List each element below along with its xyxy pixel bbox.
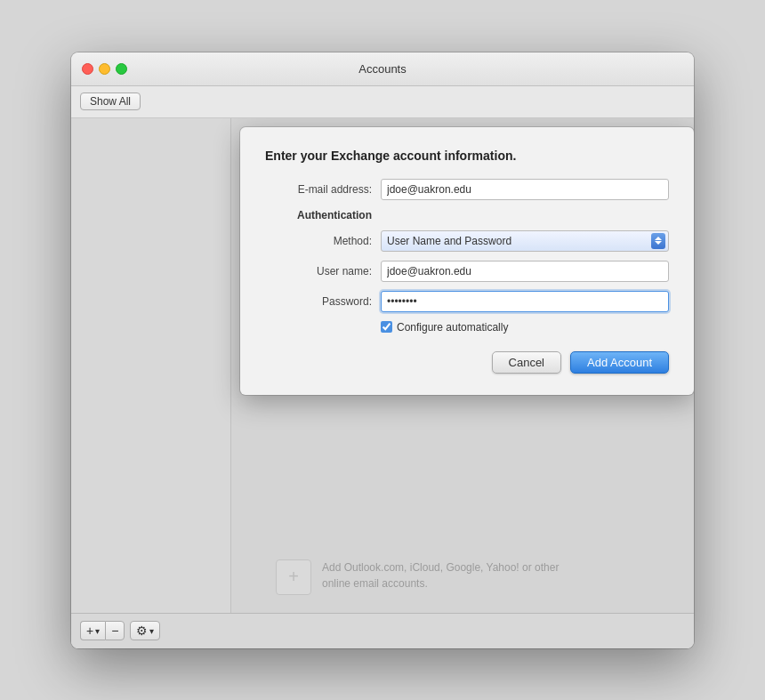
toolbar: Show All [71, 86, 694, 118]
method-select-wrapper: User Name and Password Kerberos NTLMv2 N… [381, 230, 669, 252]
plus-icon: + [86, 624, 93, 638]
add-account-button[interactable]: Add Account [570, 351, 669, 374]
bottom-bar: + ▾ − ⚙ ▾ [71, 613, 694, 648]
gear-icon: ⚙ [136, 624, 148, 638]
email-label: E-mail address: [265, 183, 372, 196]
close-button[interactable] [82, 63, 93, 75]
window-title: Accounts [358, 62, 406, 76]
method-row: Method: User Name and Password Kerberos … [265, 230, 669, 252]
remove-account-button[interactable]: − [105, 621, 125, 640]
username-label: User name: [265, 265, 372, 278]
minus-icon: − [111, 624, 118, 638]
add-remove-group: + ▾ − [80, 621, 125, 640]
username-input[interactable] [381, 261, 669, 282]
exchange-dialog: Enter your Exchange account information.… [240, 127, 694, 395]
configure-label: Configure automatically [397, 321, 508, 334]
auth-section-row: Authentication [265, 209, 669, 221]
traffic-lights [82, 63, 127, 75]
configure-row: Configure automatically [381, 321, 669, 334]
cancel-button[interactable]: Cancel [492, 351, 561, 374]
configure-checkbox[interactable] [381, 321, 392, 333]
password-input[interactable] [381, 291, 669, 312]
maximize-button[interactable] [116, 63, 127, 75]
gear-dropdown-arrow: ▾ [149, 626, 154, 636]
modal-overlay: Enter your Exchange account information.… [231, 118, 694, 613]
minimize-button[interactable] [99, 63, 110, 75]
titlebar: Accounts [71, 52, 694, 86]
auth-section-label: Authentication [265, 209, 372, 221]
email-input[interactable] [381, 179, 669, 200]
modal-title: Enter your Exchange account information. [265, 149, 669, 163]
password-label: Password: [265, 295, 372, 308]
add-account-plus-button[interactable]: + ▾ [80, 621, 105, 640]
password-row: Password: [265, 291, 669, 312]
email-row: E-mail address: [265, 179, 669, 200]
button-row: Cancel Add Account [265, 351, 669, 374]
content-area: Enter your Exchange account information.… [71, 118, 694, 613]
add-dropdown-arrow: ▾ [95, 626, 100, 636]
username-row: User name: [265, 261, 669, 282]
main-panel: Enter your Exchange account information.… [231, 118, 694, 613]
show-all-button[interactable]: Show All [80, 93, 141, 110]
sidebar [71, 118, 231, 613]
method-select[interactable]: User Name and Password Kerberos NTLMv2 N… [381, 230, 669, 252]
gear-button[interactable]: ⚙ ▾ [130, 621, 160, 640]
method-label: Method: [265, 235, 372, 247]
accounts-window: Accounts Show All Enter your Exchange ac… [71, 52, 694, 648]
